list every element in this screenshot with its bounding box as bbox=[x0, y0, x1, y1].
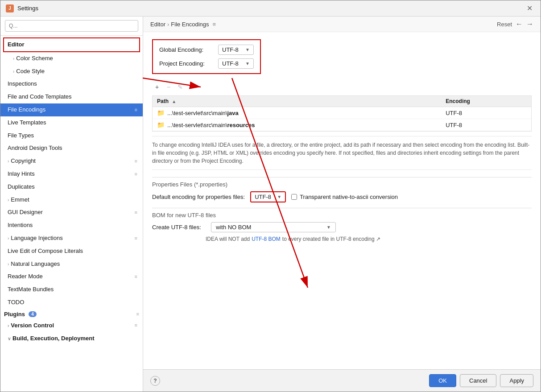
encoding-cell-1: UTF-8 bbox=[441, 107, 531, 119]
sidebar-item-emmet[interactable]: ›Emmet bbox=[0, 194, 143, 206]
sidebar-item-reader-mode[interactable]: Reader Mode ≡ bbox=[0, 270, 143, 283]
sort-icon: ▲ bbox=[172, 99, 176, 104]
bottom-right: OK Cancel Apply bbox=[429, 374, 533, 387]
help-button[interactable]: ? bbox=[150, 376, 160, 386]
settings-window: J Settings ✕ Editor ›Color Scheme ›Code … bbox=[0, 0, 541, 392]
sidebar-item-language-injections[interactable]: ›Language Injections ≡ bbox=[0, 232, 143, 245]
sidebar-item-textmate-bundles[interactable]: TextMate Bundles bbox=[0, 283, 143, 296]
version-control-icon: ≡ bbox=[135, 322, 137, 330]
file-encodings-icon: ≡ bbox=[135, 106, 137, 114]
sidebar-item-android-design-tools[interactable]: Android Design Tools bbox=[0, 142, 143, 155]
idea-note: IDEA will NOT add UTF-8 BOM to every cre… bbox=[152, 236, 532, 242]
breadcrumb-actions: Reset ← → bbox=[497, 20, 533, 28]
reset-button[interactable]: Reset bbox=[497, 21, 512, 28]
app-icon: J bbox=[6, 4, 14, 12]
table-row[interactable]: 📁 ...\test-servlet\src\main\java UTF-8 bbox=[153, 107, 531, 119]
create-utf8-label: Create UTF-8 files: bbox=[152, 224, 206, 231]
folder-icon-2: 📁 bbox=[157, 121, 165, 128]
apply-button[interactable]: Apply bbox=[500, 374, 533, 387]
sidebar-item-todo[interactable]: TODO bbox=[0, 296, 143, 309]
sidebar-section-plugins[interactable]: Plugins 4 ≡ bbox=[0, 309, 143, 319]
bom-dropdown[interactable]: with NO BOM ▼ bbox=[211, 222, 336, 232]
file-encoding-table: Path ▲ Encoding bbox=[153, 96, 531, 131]
encoding-section: Global Encoding: UTF-8 ▼ Project Encodin… bbox=[152, 39, 261, 74]
project-encoding-arrow: ▼ bbox=[245, 61, 250, 66]
inlay-hints-icon: ≡ bbox=[135, 170, 137, 178]
sidebar: Editor ›Color Scheme ›Code Style Inspect… bbox=[0, 17, 143, 392]
properties-encoding-row: Default encoding for properties files: U… bbox=[152, 191, 532, 202]
sidebar-item-inlay-hints[interactable]: Inlay Hints ≡ bbox=[0, 168, 143, 181]
close-button[interactable]: ✕ bbox=[524, 3, 535, 13]
sidebar-item-file-types[interactable]: File Types bbox=[0, 129, 143, 142]
title-bar-left: J Settings bbox=[6, 4, 38, 12]
window-title: Settings bbox=[17, 5, 38, 12]
sidebar-item-code-style[interactable]: ›Code Style bbox=[0, 65, 143, 78]
sidebar-item-live-edit-compose[interactable]: Live Edit of Compose Literals bbox=[0, 245, 143, 258]
add-path-button[interactable]: + bbox=[152, 82, 162, 92]
project-encoding-row: Project Encoding: UTF-8 ▼ bbox=[159, 58, 254, 69]
column-encoding[interactable]: Encoding bbox=[441, 96, 531, 107]
properties-dropdown-arrow: ▼ bbox=[277, 194, 281, 199]
title-bar: J Settings ✕ bbox=[0, 0, 541, 17]
default-encoding-label: Default encoding for properties files: bbox=[152, 194, 245, 200]
sidebar-section-editor: Editor bbox=[3, 37, 140, 52]
project-encoding-dropdown[interactable]: UTF-8 ▼ bbox=[218, 58, 254, 69]
properties-encoding-dropdown[interactable]: UTF-8 ▼ bbox=[250, 191, 286, 202]
table-row[interactable]: 📁 ...\test-servlet\src\main\resources UT… bbox=[153, 119, 531, 131]
sidebar-item-live-templates[interactable]: Live Templates bbox=[0, 116, 143, 129]
sidebar-item-gui-designer[interactable]: GUI Designer ≡ bbox=[0, 206, 143, 219]
transparent-conversion-row: Transparent native-to-ascii conversion bbox=[291, 194, 398, 200]
bottom-bar: ? OK Cancel Apply bbox=[143, 369, 541, 392]
reader-mode-icon: ≡ bbox=[135, 273, 137, 281]
ok-button[interactable]: OK bbox=[429, 374, 456, 387]
sidebar-item-build-execution[interactable]: ∨Build, Execution, Deployment bbox=[0, 332, 143, 345]
global-encoding-label: Global Encoding: bbox=[159, 46, 213, 53]
sidebar-item-natural-languages[interactable]: ›Natural Languages bbox=[0, 258, 143, 271]
edit-path-button[interactable]: ✎ bbox=[175, 82, 185, 92]
panel-content: Global Encoding: UTF-8 ▼ Project Encodin… bbox=[143, 32, 541, 369]
breadcrumb-part2: File Encodings bbox=[171, 21, 209, 28]
sidebar-item-version-control[interactable]: ›Version Control ≡ bbox=[0, 319, 143, 332]
sidebar-item-color-scheme[interactable]: ›Color Scheme bbox=[0, 52, 143, 65]
bom-dropdown-arrow: ▼ bbox=[326, 225, 331, 230]
sidebar-item-copyright[interactable]: ›Copyright ≡ bbox=[0, 155, 143, 168]
global-encoding-row: Global Encoding: UTF-8 ▼ bbox=[159, 45, 254, 55]
properties-section-title: Properties Files (*.properties) bbox=[152, 177, 532, 188]
project-encoding-label: Project Encoding: bbox=[159, 60, 213, 67]
search-input[interactable] bbox=[5, 20, 138, 32]
plugins-settings-icon: ≡ bbox=[136, 311, 139, 317]
global-encoding-arrow: ▼ bbox=[245, 47, 250, 52]
gui-designer-icon: ≡ bbox=[135, 209, 137, 217]
search-box bbox=[0, 17, 143, 36]
remove-path-button[interactable]: − bbox=[164, 82, 173, 92]
sidebar-item-inspections[interactable]: Inspections bbox=[0, 78, 143, 91]
help-text: To change encoding IntelliJ IDEA uses fo… bbox=[152, 136, 532, 170]
sidebar-item-file-encodings[interactable]: File Encodings ≡ bbox=[0, 103, 143, 116]
file-encoding-table-container: Path ▲ Encoding bbox=[152, 95, 532, 132]
cancel-button[interactable]: Cancel bbox=[460, 374, 496, 387]
column-path[interactable]: Path ▲ bbox=[153, 96, 441, 107]
bom-create-row: Create UTF-8 files: with NO BOM ▼ bbox=[152, 222, 532, 232]
breadcrumb-separator: › bbox=[167, 21, 169, 28]
sidebar-item-duplicates[interactable]: Duplicates bbox=[0, 181, 143, 194]
breadcrumb: Editor › File Encodings ≡ bbox=[150, 21, 216, 28]
path-cell-1: 📁 ...\test-servlet\src\main\java bbox=[153, 107, 441, 119]
breadcrumb-part1: Editor bbox=[150, 21, 165, 28]
plugins-badge: 4 bbox=[29, 311, 37, 317]
bom-section: BOM for new UTF-8 files Create UTF-8 fil… bbox=[152, 208, 532, 242]
main-content: Editor ›Color Scheme ›Code Style Inspect… bbox=[0, 17, 541, 392]
back-button[interactable]: ← bbox=[516, 20, 523, 28]
bom-section-title: BOM for new UTF-8 files bbox=[152, 208, 532, 219]
language-injections-icon: ≡ bbox=[135, 235, 137, 243]
breadcrumb-bar: Editor › File Encodings ≡ Reset ← → bbox=[143, 17, 541, 32]
forward-button[interactable]: → bbox=[526, 20, 533, 28]
global-encoding-dropdown[interactable]: UTF-8 ▼ bbox=[218, 45, 254, 55]
utf8-bom-link[interactable]: UTF-8 BOM bbox=[252, 236, 281, 242]
properties-section: Properties Files (*.properties) Default … bbox=[152, 177, 532, 202]
transparent-conversion-checkbox[interactable] bbox=[291, 194, 297, 200]
sidebar-item-intentions[interactable]: Intentions bbox=[0, 219, 143, 232]
bottom-left: ? bbox=[150, 376, 160, 386]
sidebar-item-file-code-templates[interactable]: File and Code Templates bbox=[0, 91, 143, 103]
breadcrumb-icon: ≡ bbox=[213, 21, 216, 28]
encoding-cell-2: UTF-8 bbox=[441, 119, 531, 131]
